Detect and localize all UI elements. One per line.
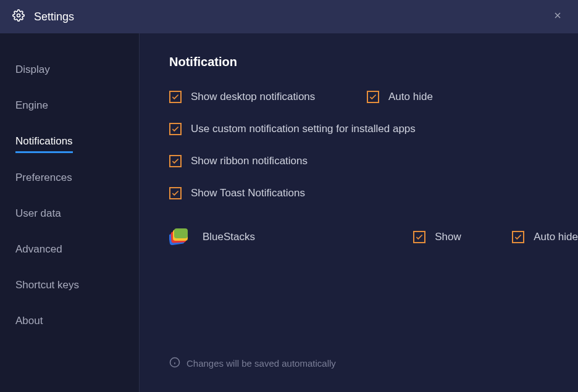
checkbox-group-autohide: Auto hide [367,91,433,103]
label-app-auto-hide: Auto hide [534,231,578,243]
sidebar-item-about[interactable]: About [0,306,58,336]
section-title: Notification [169,55,578,69]
row-desktop-autohide: Show desktop notifications Auto hide [169,91,578,103]
sidebar-item-preferences[interactable]: Preferences [0,163,88,193]
footer: Changes will be saved automatically [169,357,336,370]
checkbox-group-toast: Show Toast Notifications [169,187,305,199]
sidebar-item-notifications[interactable]: Notifications [15,127,73,153]
content: Notification Show desktop notifications … [140,33,578,392]
checkbox-toast-notifications[interactable] [169,187,182,199]
sidebar-item-userdata[interactable]: User data [0,199,77,228]
label-auto-hide: Auto hide [388,91,433,103]
sidebar: Display Engine Notifications Preferences… [0,33,140,392]
header-left: Settings [12,9,74,24]
row-ribbon: Show ribbon notifications [169,155,578,167]
sidebar-item-shortcutkeys[interactable]: Shortcut keys [0,270,94,300]
checkbox-group-desktop: Show desktop notifications [169,91,367,103]
main: Display Engine Notifications Preferences… [0,33,578,392]
row-custom-setting: Use custom notification setting for inst… [169,123,578,135]
label-custom-setting: Use custom notification setting for inst… [191,123,416,135]
footer-message: Changes will be saved automatically [186,358,336,369]
bluestacks-icon [169,227,189,247]
info-icon [169,357,180,370]
checkbox-app-auto-hide[interactable] [512,231,524,243]
label-app-show: Show [435,231,461,243]
page-title: Settings [34,10,74,23]
gear-icon [12,9,25,24]
sidebar-item-display[interactable]: Display [0,55,65,85]
checkbox-group-custom: Use custom notification setting for inst… [169,123,416,135]
svg-rect-6 [174,228,188,238]
label-ribbon-notifications: Show ribbon notifications [191,155,308,167]
row-toast: Show Toast Notifications [169,187,578,199]
checkbox-app-show[interactable] [413,231,425,243]
app-row-bluestacks: BlueStacks Show Auto hide [169,227,578,247]
header: Settings [0,0,578,33]
sidebar-item-engine[interactable]: Engine [0,91,64,120]
checkbox-desktop-notifications[interactable] [169,91,182,103]
checkbox-group-ribbon: Show ribbon notifications [169,155,308,167]
app-name-bluestacks: BlueStacks [203,231,345,243]
svg-point-0 [17,14,20,17]
checkbox-group-app-autohide: Auto hide [512,231,578,243]
checkbox-group-app-show: Show [413,231,512,243]
checkbox-custom-setting[interactable] [169,123,182,135]
checkbox-ribbon-notifications[interactable] [169,155,182,167]
label-desktop-notifications: Show desktop notifications [191,91,315,103]
checkbox-auto-hide[interactable] [367,91,379,103]
label-toast-notifications: Show Toast Notifications [191,187,305,199]
close-button[interactable] [550,7,566,27]
sidebar-item-advanced[interactable]: Advanced [0,235,78,264]
